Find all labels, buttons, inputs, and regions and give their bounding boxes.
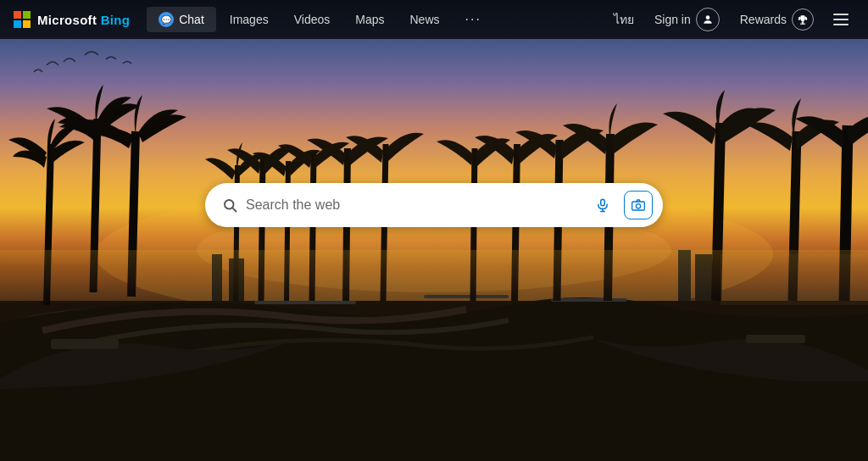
nav-right: ไทย Sign in Rewards — [607, 4, 854, 35]
nav-news-label: News — [410, 13, 440, 26]
search-input[interactable] — [246, 197, 580, 213]
brand-bing: Bing — [97, 13, 130, 27]
svg-point-42 — [636, 204, 640, 208]
svg-rect-7 — [746, 335, 805, 343]
nav-maps-label: Maps — [355, 13, 384, 26]
logo-yellow — [23, 20, 31, 28]
nav-item-more[interactable]: ··· — [453, 7, 493, 32]
nav-item-images[interactable]: Images — [218, 8, 281, 31]
rewards-label: Rewards — [740, 13, 787, 26]
svg-point-33 — [705, 15, 709, 19]
svg-line-37 — [232, 208, 236, 211]
svg-rect-34 — [802, 21, 804, 23]
rewards-button[interactable]: Rewards — [733, 5, 821, 34]
hamburger-line-2 — [833, 19, 849, 20]
hamburger-menu-button[interactable] — [827, 6, 854, 33]
navbar: Microsoft Bing 💬 Chat Images Videos Maps… — [0, 0, 868, 39]
rewards-trophy-icon — [792, 8, 814, 31]
birds-decoration — [25, 47, 144, 89]
logo-blue — [14, 20, 21, 28]
voice-search-button[interactable] — [588, 191, 617, 219]
search-actions — [588, 191, 653, 219]
hamburger-line-1 — [833, 14, 849, 15]
brand-name: Microsoft Bing — [37, 13, 130, 27]
svg-rect-32 — [721, 254, 868, 305]
nav-item-maps[interactable]: Maps — [343, 8, 396, 31]
nav-items: 💬 Chat Images Videos Maps News ··· — [147, 7, 607, 32]
nav-more-label: ··· — [465, 12, 481, 27]
chat-dot-icon: 💬 — [159, 12, 174, 27]
svg-rect-6 — [51, 339, 119, 349]
search-bar — [205, 183, 663, 227]
nav-item-news[interactable]: News — [398, 8, 452, 31]
nav-videos-label: Videos — [294, 13, 331, 26]
svg-rect-35 — [800, 24, 805, 25]
nav-item-chat[interactable]: 💬 Chat — [147, 7, 216, 32]
hamburger-line-3 — [833, 24, 849, 25]
logo-green — [23, 11, 31, 19]
logo-area[interactable]: Microsoft Bing — [14, 11, 130, 28]
visual-search-button[interactable] — [624, 191, 653, 219]
nav-item-videos[interactable]: Videos — [282, 8, 342, 31]
microsoft-logo — [14, 11, 31, 28]
user-avatar-icon — [696, 8, 720, 31]
nav-images-label: Images — [230, 13, 269, 26]
brand-microsoft: Microsoft — [37, 13, 97, 27]
logo-red — [14, 11, 21, 19]
svg-rect-38 — [601, 199, 605, 206]
language-selector[interactable]: ไทย — [607, 7, 641, 32]
nav-chat-label: Chat — [179, 13, 204, 26]
search-icon — [222, 197, 237, 213]
search-container — [205, 183, 663, 227]
sign-in-label: Sign in — [654, 13, 691, 26]
sign-in-button[interactable]: Sign in — [648, 4, 726, 35]
